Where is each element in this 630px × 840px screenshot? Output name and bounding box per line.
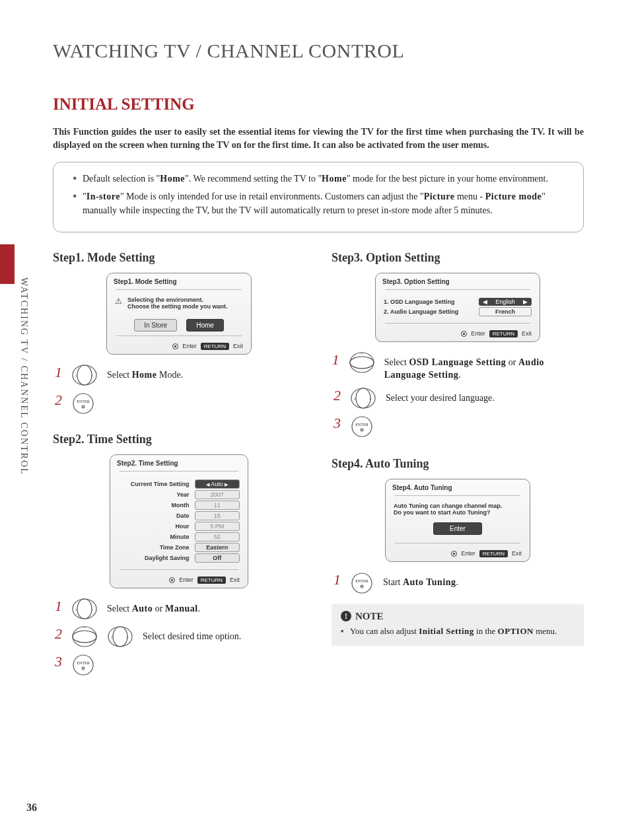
svg-text:ENTER: ENTER [77,661,89,665]
time-row-value[interactable]: 52 [195,532,240,542]
time-row-label: Minute [118,534,190,540]
step2-osd-title: Step2. Time Setting [110,455,248,470]
info-bullet-1: Default selection is "Home". We recommen… [73,172,570,186]
audio-lang-label: 2. Audio Language Setting [384,308,458,315]
sidebar-accent [0,244,15,284]
time-row-value[interactable]: ◀ Auto ▶ [195,479,240,489]
svg-point-4 [73,394,93,413]
time-row-label: Current Time Setting [118,481,190,487]
time-row: Minute52 [118,532,240,542]
time-row-label: Month [118,502,190,508]
svg-text:˅: ˅ [361,368,363,373]
step2-osd: Step2. Time Setting Current Time Setting… [110,454,248,588]
step3-instr3-num: 3 [332,415,341,431]
svg-text:˄: ˄ [361,353,363,358]
svg-point-32 [352,417,372,437]
svg-text:‹: ‹ [111,634,113,640]
step4-instr1-num: 1 [332,571,341,587]
svg-point-13 [73,631,96,643]
time-row-value[interactable]: Off [195,553,240,563]
dpad-leftright-icon: ‹› [71,598,98,620]
dpad-updown-icon: ˄˅ [71,625,98,648]
svg-point-36 [352,573,372,593]
step3-osd-title: Step3. Option Setting [376,273,540,288]
svg-text:ENTER: ENTER [355,579,368,583]
svg-point-23 [83,668,83,668]
instore-button[interactable]: In Store [134,319,177,332]
svg-text:‹: ‹ [75,606,77,612]
time-row-value[interactable]: 5 PM [195,522,240,531]
enter-button[interactable]: Enter [433,522,482,535]
enter-button-icon: ENTER [71,653,95,677]
time-row: Hour5 PM [118,522,240,531]
time-row-label: Date [118,512,190,519]
enter-button-icon: ENTER [350,415,374,438]
time-row-value[interactable]: 11 [195,501,240,510]
time-row: Daylight SavingOff [118,553,240,563]
sidebar-section-label: WATCHING TV / CHANNEL CONTROL [18,277,29,475]
note-box: ! NOTE You can also adjust Initial Setti… [332,604,584,646]
target-icon [461,331,467,337]
step4-heading: Step4. Auto Tuning [332,457,584,471]
svg-point-9 [77,599,92,619]
home-button[interactable]: Home [186,319,224,332]
svg-text:›: › [127,634,129,640]
step2-instr1-num: 1 [53,598,62,613]
info-box: Default selection is "Home". We recommen… [53,162,584,232]
svg-point-20 [73,655,93,675]
step3-osd: Step3. Option Setting 1. OSD Language Se… [375,273,540,342]
info-bullet-2: "In-store" Mode is only intended for use… [73,190,570,217]
time-row: Time ZoneEastern [118,543,240,552]
svg-text:‹: ‹ [354,396,356,402]
time-row-value[interactable]: Eastern [195,543,240,552]
step4-osd: Step4. Auto Tuning Auto Tuning can chang… [385,479,530,562]
section-title: INITIAL SETTING [53,95,584,114]
step2-instr2-text: Select desired time option. [143,625,241,643]
osd-lang-value[interactable]: ◀English▶ [479,298,532,306]
step4-osd-msg2: Do you want to start Auto Tuning? [394,509,522,516]
svg-text:˅: ˅ [83,642,86,647]
svg-text:›: › [91,606,93,612]
target-icon [172,343,178,349]
time-row: Month11 [118,501,240,510]
step3-heading: Step3. Option Setting [332,251,584,265]
page-title: WATCHING TV / CHANNEL CONTROL [53,40,584,62]
note-icon: ! [341,611,351,621]
target-icon [169,577,175,583]
time-row-value[interactable]: 2007 [195,490,240,499]
svg-point-35 [361,429,362,430]
note-title: NOTE [355,611,384,622]
time-row: Date15 [118,511,240,520]
svg-text:ENTER: ENTER [77,400,89,403]
time-row: Current Time Setting◀ Auto ▶ [118,479,240,489]
step3-instr2-num: 2 [332,387,341,403]
svg-point-7 [83,406,83,407]
dpad-leftright-icon: ‹› [350,387,376,409]
step4-osd-msg1: Auto Tuning can change channel map. [394,503,522,509]
step1-heading: Step1. Mode Setting [53,251,305,265]
step1-instr1-num: 1 [53,364,62,380]
dpad-leftright-icon: ‹› [107,625,133,648]
dpad-updown-icon: ˄˅ [349,351,375,374]
svg-point-25 [350,357,374,368]
step4-instr1-text: Start Auto Tuning. [383,571,458,589]
target-icon [451,551,457,557]
osd-footer: Enter RETURN Exit [110,574,248,588]
svg-point-17 [113,627,127,647]
enter-button-icon: ENTER [71,392,95,415]
time-row: Year2007 [118,490,240,499]
step2-instr2-num: 2 [53,625,62,641]
step1-osd-msg1: Selecting the environment. [127,297,228,303]
svg-point-1 [77,365,92,385]
time-row-label: Hour [118,523,190,530]
svg-point-29 [356,388,370,408]
step3-instr2-text: Select your desired language. [386,387,495,405]
step4-osd-title: Step4. Auto Tuning [386,479,530,494]
enter-button-icon: ENTER [350,571,374,595]
step2-instr3-num: 3 [53,653,62,669]
svg-text:›: › [91,372,93,378]
time-row-value[interactable]: 15 [195,511,240,520]
audio-lang-value[interactable]: French [479,307,532,316]
warning-icon: ⚠ [115,297,122,306]
page-number: 36 [26,802,37,814]
